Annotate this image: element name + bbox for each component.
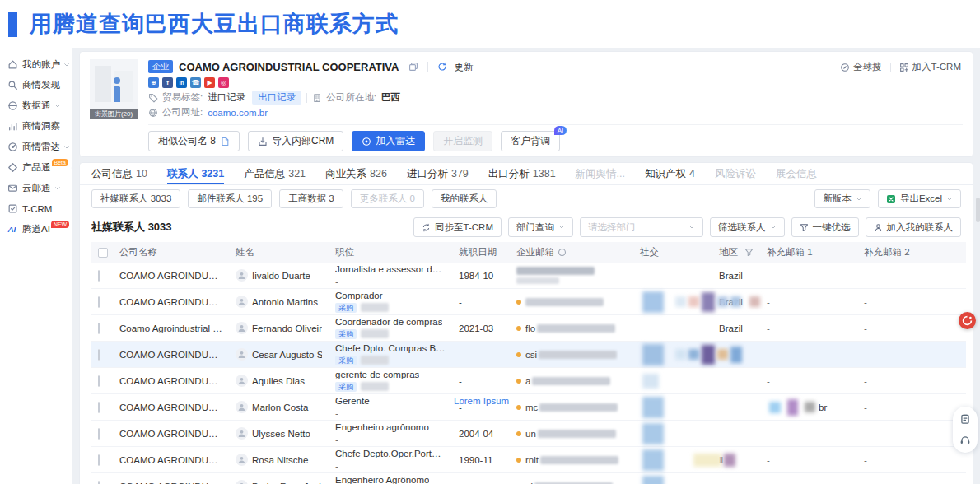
redacted-block (642, 423, 664, 444)
sidebar-item-mail[interactable]: 云邮通 (0, 178, 72, 198)
social-redacted-blocks (640, 449, 706, 471)
tab-商业关系[interactable]: 商业关系826 (325, 163, 387, 184)
toolbar-button-label: 请选择部门 (588, 221, 636, 234)
cell-name: Marlon Costa (229, 394, 329, 421)
export-excel-button[interactable]: 导出Excel (878, 189, 961, 208)
sidebar-item-label: 我的账户 (22, 58, 60, 71)
cell-extra-email-1: - (760, 263, 857, 289)
table-row[interactable]: COAMO AGROINDUSTRIAL COOPERAT...Marlon C… (91, 394, 966, 421)
feedback-form-icon[interactable] (959, 413, 971, 425)
row-checkbox[interactable] (98, 270, 100, 282)
table-row[interactable]: COAMO AGROINDUSTRIAL COOPERAT...Antonio … (91, 289, 966, 315)
position-title: Jornalista e assessor de Comunicação (335, 264, 446, 275)
table-row[interactable]: COAMO AGROINDUSTRIAL COOPERAT...Ulysses … (91, 421, 966, 447)
客户背调-button[interactable]: 客户背调AI (501, 131, 560, 151)
web-icon[interactable]: ⊕ (148, 77, 159, 88)
sidebar-item-insight[interactable]: 商情洞察 (0, 116, 72, 137)
youtube-icon[interactable]: ▶ (204, 77, 215, 88)
company-photo[interactable]: 街景图片(20) (90, 59, 138, 151)
tendata-float-logo[interactable] (959, 312, 976, 329)
linkedin-icon[interactable]: in (176, 77, 187, 88)
tab-count: 10 (136, 168, 147, 179)
tab-进口分析[interactable]: 进口分析379 (407, 163, 469, 184)
cell-extra-email-2: - (857, 447, 966, 473)
facebook-icon[interactable]: f (162, 77, 173, 88)
trade-tag-export[interactable]: 出口记录 (252, 91, 301, 105)
row-checkbox[interactable] (98, 454, 100, 466)
开启监测-button[interactable]: 开启监测 (433, 131, 492, 151)
version-dropdown[interactable]: 新版本 (814, 189, 870, 208)
chip-社媒联系人[interactable]: 社媒联系人 3033 (91, 189, 180, 208)
tab-出口分析[interactable]: 出口分析1381 (488, 163, 556, 184)
select-all-checkbox[interactable] (98, 248, 108, 258)
toolbar-请选择部门[interactable]: 请选择部门 (580, 217, 703, 237)
avatar-icon (236, 401, 248, 413)
column-header-企业邮箱: 企业邮箱 (516, 246, 627, 258)
row-checkbox[interactable] (98, 296, 100, 308)
scrollbar-thumb[interactable] (976, 198, 980, 222)
row-checkbox[interactable] (98, 375, 100, 387)
toolbar-加入我的联系人[interactable]: 加入我的联系人 (866, 217, 962, 237)
extra-email-dash: - (767, 482, 770, 484)
ai-icon: AI (7, 224, 18, 235)
company-name-text: COAMO AGROINDUSTRIAL COOPERAT... (119, 271, 222, 281)
table-row[interactable]: COAMO AGROINDUSTRIAL COOPERAT...Iivaldo … (91, 263, 966, 289)
tab-产品信息[interactable]: 产品信息321 (244, 163, 306, 184)
join-tcrm-button[interactable]: 加入T-CRM (899, 61, 961, 73)
copy-icon[interactable] (408, 62, 418, 72)
sidebar-item-data[interactable]: 数据通 (0, 95, 72, 116)
cell-name: Iivaldo Duarte (229, 263, 329, 289)
company-website-link[interactable]: coamo.com.br (208, 108, 268, 118)
row-checkbox[interactable] (98, 481, 100, 484)
tab-联系人[interactable]: 联系人3231 (167, 163, 224, 184)
phone-icon[interactable]: ☎ (190, 77, 201, 88)
table-row[interactable]: COAMO AGROINDUSTRIAL COOPERAT...Aquiles … (91, 368, 966, 394)
row-checkbox[interactable] (98, 349, 100, 361)
chip-我的联系人[interactable]: 我的联系人 (432, 189, 497, 208)
tab-公司信息[interactable]: 公司信息10 (91, 163, 147, 184)
table-row[interactable]: COAMO AGROINDUSTRIAL COOPERAT...Pedro Fa… (91, 473, 966, 484)
customer-service-icon[interactable] (959, 435, 971, 446)
chip-更多联系人[interactable]: 更多联系人 0 (351, 189, 424, 208)
sidebar-item-discover[interactable]: 商情发现 (0, 75, 72, 95)
instagram-icon[interactable]: ◎ (218, 77, 229, 88)
sidebar-item-ai[interactable]: AI腾道AINEW (0, 219, 72, 240)
company-name-text: COAMO AGROINDUSTRIAL COOPERAT... (119, 455, 222, 465)
toolbar-部门查询[interactable]: 部门查询 (508, 217, 573, 237)
chip-邮件联系人[interactable]: 邮件联系人 195 (188, 189, 272, 208)
sidebar-item-radar[interactable]: 商情雷达 (0, 137, 72, 157)
product-icon (7, 162, 18, 173)
tab-知识产权[interactable]: 知识产权4 (645, 163, 695, 184)
tab-风险诉讼[interactable]: 风险诉讼 (715, 163, 756, 184)
cell-checkbox (91, 421, 113, 447)
row-checkbox[interactable] (98, 402, 100, 413)
row-checkbox[interactable] (98, 323, 100, 334)
导入内部CRM-button[interactable]: 导入内部CRM (248, 131, 343, 151)
tab-展会信息[interactable]: 展会信息 (776, 163, 817, 184)
row-checkbox[interactable] (98, 428, 100, 440)
sidebar-item-tcrm[interactable]: T-CRM (0, 198, 72, 219)
table-row[interactable]: COAMO AGROINDUSTRIAL COOPERAT...Rosa Nit… (91, 447, 966, 473)
tab-新闻舆情...[interactable]: 新闻舆情... (576, 163, 625, 184)
column-label: 就职日期 (459, 246, 497, 258)
email-status-dot (516, 326, 521, 331)
global-search-button[interactable]: 全球搜 (840, 61, 882, 73)
email-wrap: flo (516, 323, 627, 333)
相似公司名-button[interactable]: 相似公司名 8 (148, 131, 240, 151)
chip-工商数据[interactable]: 工商数据 3 (279, 189, 343, 208)
filter-funnel-icon[interactable] (744, 248, 754, 257)
trade-tag-import[interactable]: 进口记录 (208, 91, 245, 104)
toolbar-同步至T-CRM[interactable]: 同步至T-CRM (413, 217, 502, 237)
lorem-link[interactable]: Lorem Ipsum (454, 396, 509, 407)
info-icon[interactable] (558, 248, 567, 257)
refresh-label[interactable]: 更新 (454, 61, 473, 73)
sidebar-item-account[interactable]: 我的账户 (0, 54, 72, 75)
加入雷达-button[interactable]: 加入雷达 (352, 131, 425, 151)
toolbar-筛选联系人[interactable]: 筛选联系人 (710, 217, 785, 237)
table-row[interactable]: Coamo Agroindustrial CooperativaFernando… (91, 315, 966, 342)
table-row[interactable]: COAMO AGROINDUSTRIAL COOPERAT...Cesar Au… (91, 342, 966, 368)
toolbar-一键优选[interactable]: 一键优选 (791, 217, 859, 237)
refresh-icon[interactable] (437, 62, 447, 72)
company-location: 巴西 (381, 91, 400, 104)
sidebar-item-product[interactable]: 产品通Beta (0, 157, 72, 178)
